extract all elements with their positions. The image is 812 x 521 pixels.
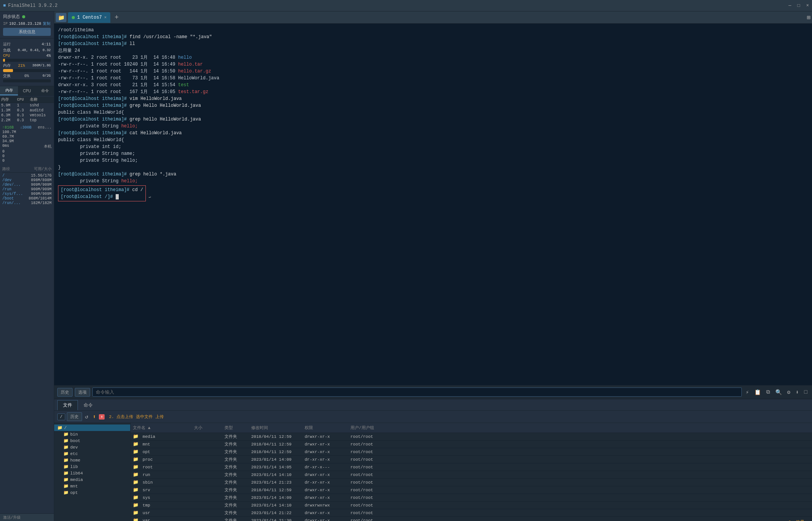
term-ls-4: -rw-r--r--. 1 root root 73 1月 14 16:58 H…: [58, 75, 808, 82]
settings-icon[interactable]: ⚙: [786, 388, 792, 396]
clipboard-icon[interactable]: 📋: [753, 388, 762, 396]
sys-info-btn[interactable]: 系统信息: [3, 28, 51, 36]
file-name-cell: 📁 proc: [131, 456, 192, 463]
file-list-row[interactable]: 📁 var 文件夹 2023/01/14 21:30 drwxr-xr-x ro…: [131, 517, 812, 521]
minimize-btn[interactable]: —: [788, 3, 791, 8]
history-btn[interactable]: 历史: [57, 388, 73, 397]
disk-avail: 182M/182M: [31, 201, 52, 205]
file-user-cell: root/root: [348, 518, 386, 521]
upload-icon[interactable]: ⬆: [91, 413, 97, 421]
upload-hint: 2. 点击上传 选中文件 上传: [106, 412, 167, 421]
proc-cpu: 0.3: [16, 108, 28, 113]
term-line-14: }: [58, 164, 808, 171]
cpu-label: CPU: [3, 54, 10, 58]
process-table: 内存 CPU 名称 5.9M1sshd1.3M0.3auditd6.3M0.3v…: [0, 96, 54, 123]
file-list-row[interactable]: 📁 opt 文件夹 2018/04/11 12:59 drwxr-xr-x ro…: [131, 448, 812, 456]
file-folder-icon: 📁: [133, 449, 139, 455]
file-list-row[interactable]: 📁 srv 文件夹 2018/04/11 12:59 drwxr-xr-x ro…: [131, 486, 812, 494]
tree-item[interactable]: 📁etc: [54, 450, 130, 457]
file-name: root: [143, 465, 153, 470]
file-type-cell: 文件夹: [222, 502, 249, 509]
copy-btn[interactable]: 复制: [43, 21, 50, 26]
file-history-btn[interactable]: 历史: [67, 412, 82, 421]
file-folder-icon: 📁: [133, 510, 139, 516]
file-time-cell: 2018/04/11 12:59: [249, 449, 302, 455]
close-tab-btn[interactable]: ×: [104, 15, 107, 20]
disk-avail: 909M/909M: [31, 192, 52, 196]
add-tab-btn[interactable]: +: [112, 13, 121, 22]
terminal-area[interactable]: /root/itheima [root@localhost itheima]# …: [54, 24, 812, 385]
disk-row: /dev/...909M/909M: [2, 183, 52, 187]
file-list-row[interactable]: 📁 media 文件夹 2018/04/11 12:59 drwxr-xr-x …: [131, 433, 812, 441]
tree-item[interactable]: 📁bin: [54, 431, 130, 437]
search-icon[interactable]: 🔍: [774, 388, 783, 396]
session-tab[interactable]: 1 Centos7 ×: [68, 12, 110, 23]
tab-cmd[interactable]: 命令: [36, 86, 54, 95]
lightning-icon[interactable]: ⚡: [744, 388, 750, 396]
col-header-user: 用户/用户组: [348, 424, 386, 431]
file-tab-cmd[interactable]: 命令: [78, 400, 98, 410]
tab-cpu[interactable]: CPU: [18, 86, 36, 95]
tree-item[interactable]: 📁boot: [54, 437, 130, 444]
file-user-cell: root/root: [348, 457, 386, 463]
file-list-row[interactable]: 📁 root 文件夹 2023/01/14 14:05 dr-xr-x--- r…: [131, 463, 812, 471]
main-layout: 同步状态 IP 192.168.23.128 复制 系统信息 运行 4:11 负…: [0, 11, 812, 521]
proc-mem: 6.3M: [0, 113, 16, 118]
file-folder-icon: 📁: [133, 480, 139, 485]
file-perm-cell: drwxr-xr-x: [302, 434, 348, 440]
tree-item[interactable]: 📁home: [54, 457, 130, 463]
grid-icon[interactable]: ⊞: [807, 14, 810, 21]
tree-item[interactable]: 📁media: [54, 476, 130, 483]
file-list-row[interactable]: 📁 sys 文件夹 2023/01/14 14:09 drwxr-xr-x ro…: [131, 494, 812, 502]
folder-icon: 📁: [63, 451, 69, 456]
net-iface: ens...: [38, 125, 52, 130]
tab-mem[interactable]: 内存: [0, 86, 18, 95]
folder-btn[interactable]: 📁: [56, 13, 66, 22]
window-icon[interactable]: □: [803, 388, 809, 396]
file-time-cell: 2023/01/14 21:23: [249, 479, 302, 486]
file-name-cell: 📁 var: [131, 517, 192, 521]
file-list-row[interactable]: 📁 proc 文件夹 2023/01/14 14:09 dr-xr-xr-x r…: [131, 456, 812, 463]
file-user-cell: root/root: [348, 487, 386, 493]
proc-name: top: [29, 118, 54, 123]
uptime-value: 4:11: [42, 42, 51, 47]
file-time-cell: 2023/01/14 21:30: [249, 518, 302, 521]
refresh-icon[interactable]: ↺: [84, 413, 90, 421]
disk-avail: 898M/898M: [31, 178, 52, 182]
tree-item[interactable]: 📁dev: [54, 444, 130, 450]
proc-cpu: 1: [16, 103, 28, 108]
term-ls-2: -rw-r--r--. 1 root root 10240 1月 14 16:4…: [58, 61, 808, 68]
file-folder-icon: 📁: [133, 503, 139, 508]
options-btn[interactable]: 选项: [75, 388, 90, 397]
tree-item[interactable]: 📁/: [54, 425, 130, 431]
maximize-btn[interactable]: □: [797, 3, 800, 8]
file-list-row[interactable]: 📁 mnt 文件夹 2018/04/11 12:59 drwxr-xr-x ro…: [131, 441, 812, 448]
tree-item[interactable]: 📁lib64: [54, 470, 130, 476]
activate-label[interactable]: 激活/升级: [3, 515, 21, 520]
close-btn[interactable]: ×: [806, 3, 809, 8]
cmd-input[interactable]: [92, 388, 742, 397]
file-toolbar: / 历史 ↺ ⬆ ⬆ 2. 点击上传 选中文件 上传: [54, 411, 812, 423]
file-size-cell: [192, 512, 222, 514]
tree-item-label: opt: [70, 490, 78, 495]
folder-icon: 📁: [63, 445, 69, 450]
file-list[interactable]: 文件名 ▲ 大小 类型 修改时间 权限 用户/用户组 📁 media 文件夹 2…: [131, 423, 812, 521]
disk-path: /dev/...: [2, 183, 21, 187]
download-icon[interactable]: ⬇: [794, 388, 800, 396]
tree-item[interactable]: 📁lib: [54, 463, 130, 470]
disk-path: /sys/f...: [2, 192, 23, 196]
file-tab-files[interactable]: 文件: [57, 400, 78, 410]
ip-label: IP: [3, 22, 8, 26]
file-name: sys: [143, 495, 150, 500]
folder-icon: 📁: [63, 438, 69, 443]
file-list-row[interactable]: 📁 tmp 文件夹 2023/01/14 14:10 drwxrwxrwx ro…: [131, 502, 812, 509]
file-list-row[interactable]: 📁 run 文件夹 2023/01/14 14:10 drwxr-xr-x ro…: [131, 471, 812, 479]
tree-item[interactable]: 📁opt: [54, 489, 130, 496]
file-list-row[interactable]: 📁 sbin 文件夹 2023/01/14 21:23 dr-xr-xr-x r…: [131, 479, 812, 486]
term-line-2: [root@localhost itheima]# ll: [58, 40, 808, 47]
disk-avail: 909M/909M: [31, 183, 52, 187]
tree-item[interactable]: 📁mnt: [54, 483, 130, 489]
upload-btn[interactable]: ⬆: [99, 414, 104, 420]
copy2-icon[interactable]: ⧉: [765, 388, 772, 396]
file-list-row[interactable]: 📁 usr 文件夹 2023/01/14 21:22 drwxr-xr-x ro…: [131, 509, 812, 517]
